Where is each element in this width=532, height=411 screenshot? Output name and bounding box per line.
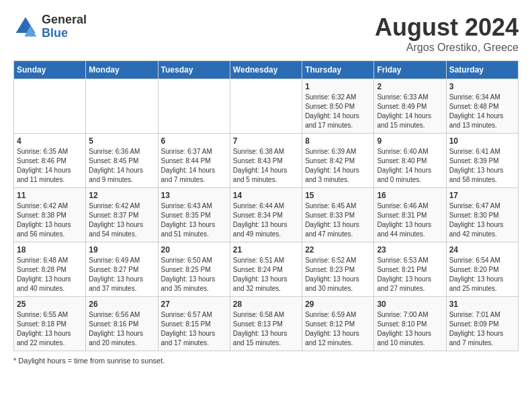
day-info: Sunrise: 6:51 AM Sunset: 8:24 PM Dayligh… (233, 256, 299, 293)
day-number: 15 (305, 191, 371, 200)
day-number: 6 (161, 136, 227, 146)
calendar-day-cell: 26Sunrise: 6:56 AM Sunset: 8:16 PM Dayli… (86, 297, 158, 351)
subtitle: Argos Orestiko, Greece (375, 42, 519, 54)
day-of-week-header: Thursday (302, 61, 374, 79)
calendar-day-cell: 27Sunrise: 6:57 AM Sunset: 8:15 PM Dayli… (158, 297, 230, 351)
day-info: Sunrise: 6:54 AM Sunset: 8:20 PM Dayligh… (449, 256, 515, 293)
day-info: Sunrise: 6:40 AM Sunset: 8:40 PM Dayligh… (377, 147, 443, 185)
day-info: Sunrise: 6:36 AM Sunset: 8:45 PM Dayligh… (89, 147, 154, 185)
day-info: Sunrise: 6:42 AM Sunset: 8:37 PM Dayligh… (89, 201, 154, 239)
main-title: August 2024 (375, 13, 519, 42)
day-info: Sunrise: 6:58 AM Sunset: 8:13 PM Dayligh… (233, 310, 299, 348)
calendar-day-cell (86, 79, 158, 134)
calendar-day-cell: 9Sunrise: 6:40 AM Sunset: 8:40 PM Daylig… (374, 134, 446, 188)
day-of-week-header: Saturday (446, 61, 518, 79)
calendar-week-row: 11Sunrise: 6:42 AM Sunset: 8:38 PM Dayli… (14, 188, 519, 242)
day-number: 23 (377, 245, 443, 255)
footer-note: * Daylight hours = time from sunrise to … (13, 357, 519, 365)
day-info: Sunrise: 6:38 AM Sunset: 8:43 PM Dayligh… (233, 147, 299, 185)
calendar-day-cell: 17Sunrise: 6:47 AM Sunset: 8:30 PM Dayli… (446, 188, 518, 242)
calendar-day-cell: 22Sunrise: 6:52 AM Sunset: 8:23 PM Dayli… (302, 242, 374, 297)
day-number: 11 (17, 191, 83, 200)
day-info: Sunrise: 6:35 AM Sunset: 8:46 PM Dayligh… (17, 147, 83, 185)
day-number: 2 (377, 82, 443, 91)
day-of-week-header: Monday (86, 61, 158, 79)
calendar-day-cell: 30Sunrise: 7:00 AM Sunset: 8:10 PM Dayli… (374, 297, 446, 351)
day-of-week-header: Tuesday (158, 61, 230, 79)
calendar-day-cell (230, 79, 302, 134)
calendar-day-cell: 12Sunrise: 6:42 AM Sunset: 8:37 PM Dayli… (86, 188, 158, 242)
day-number: 17 (449, 191, 515, 200)
day-of-week-header: Sunday (14, 61, 86, 79)
calendar-day-cell: 4Sunrise: 6:35 AM Sunset: 8:46 PM Daylig… (14, 134, 86, 188)
logo-general-text: General (42, 13, 87, 27)
calendar-day-cell: 18Sunrise: 6:48 AM Sunset: 8:28 PM Dayli… (14, 242, 86, 297)
day-info: Sunrise: 6:47 AM Sunset: 8:30 PM Dayligh… (449, 201, 515, 239)
calendar-day-cell: 24Sunrise: 6:54 AM Sunset: 8:20 PM Dayli… (446, 242, 518, 297)
calendar-week-row: 18Sunrise: 6:48 AM Sunset: 8:28 PM Dayli… (14, 242, 519, 297)
day-number: 30 (377, 300, 443, 309)
calendar-day-cell: 1Sunrise: 6:32 AM Sunset: 8:50 PM Daylig… (302, 79, 374, 134)
logo-blue-text: Blue (42, 27, 87, 40)
calendar-day-cell: 25Sunrise: 6:55 AM Sunset: 8:18 PM Dayli… (14, 297, 86, 351)
day-of-week-header: Friday (374, 61, 446, 79)
day-number: 10 (449, 136, 515, 146)
day-info: Sunrise: 6:59 AM Sunset: 8:12 PM Dayligh… (305, 310, 371, 348)
day-info: Sunrise: 6:41 AM Sunset: 8:39 PM Dayligh… (449, 147, 515, 185)
day-number: 5 (89, 136, 154, 146)
day-number: 19 (89, 245, 154, 255)
calendar-day-cell: 13Sunrise: 6:43 AM Sunset: 8:35 PM Dayli… (158, 188, 230, 242)
calendar-day-cell: 19Sunrise: 6:49 AM Sunset: 8:27 PM Dayli… (86, 242, 158, 297)
calendar-week-row: 25Sunrise: 6:55 AM Sunset: 8:18 PM Dayli… (14, 297, 519, 351)
day-number: 29 (305, 300, 371, 309)
calendar-day-cell (158, 79, 230, 134)
calendar-day-cell: 2Sunrise: 6:33 AM Sunset: 8:49 PM Daylig… (374, 79, 446, 134)
day-info: Sunrise: 6:45 AM Sunset: 8:33 PM Dayligh… (305, 201, 371, 239)
day-number: 18 (17, 245, 83, 255)
footer-note-text: Daylight hours (18, 357, 65, 365)
day-number: 27 (161, 300, 227, 309)
day-info: Sunrise: 7:00 AM Sunset: 8:10 PM Dayligh… (377, 310, 443, 348)
day-info: Sunrise: 6:48 AM Sunset: 8:28 PM Dayligh… (17, 256, 83, 293)
day-info: Sunrise: 6:55 AM Sunset: 8:18 PM Dayligh… (17, 310, 83, 348)
logo-icon (13, 15, 38, 39)
day-info: Sunrise: 6:39 AM Sunset: 8:42 PM Dayligh… (305, 147, 371, 185)
day-info: Sunrise: 6:57 AM Sunset: 8:15 PM Dayligh… (161, 310, 227, 348)
calendar-day-cell: 7Sunrise: 6:38 AM Sunset: 8:43 PM Daylig… (230, 134, 302, 188)
day-info: Sunrise: 6:52 AM Sunset: 8:23 PM Dayligh… (305, 256, 371, 293)
day-number: 28 (233, 300, 299, 309)
calendar-day-cell: 11Sunrise: 6:42 AM Sunset: 8:38 PM Dayli… (14, 188, 86, 242)
day-number: 12 (89, 191, 154, 200)
day-info: Sunrise: 6:34 AM Sunset: 8:48 PM Dayligh… (449, 93, 515, 130)
calendar-day-cell: 14Sunrise: 6:44 AM Sunset: 8:34 PM Dayli… (230, 188, 302, 242)
calendar-day-cell (14, 79, 86, 134)
calendar-day-cell: 8Sunrise: 6:39 AM Sunset: 8:42 PM Daylig… (302, 134, 374, 188)
day-number: 1 (305, 82, 371, 91)
day-info: Sunrise: 7:01 AM Sunset: 8:09 PM Dayligh… (449, 310, 515, 348)
calendar-day-cell: 23Sunrise: 6:53 AM Sunset: 8:21 PM Dayli… (374, 242, 446, 297)
day-number: 7 (233, 136, 299, 146)
day-number: 20 (161, 245, 227, 255)
calendar-day-cell: 15Sunrise: 6:45 AM Sunset: 8:33 PM Dayli… (302, 188, 374, 242)
day-info: Sunrise: 6:42 AM Sunset: 8:38 PM Dayligh… (17, 201, 83, 239)
calendar-week-row: 4Sunrise: 6:35 AM Sunset: 8:46 PM Daylig… (14, 134, 519, 188)
page-header: General Blue August 2024 Argos Orestiko,… (13, 13, 519, 54)
calendar-day-cell: 3Sunrise: 6:34 AM Sunset: 8:48 PM Daylig… (446, 79, 518, 134)
day-number: 4 (17, 136, 83, 146)
calendar-day-cell: 31Sunrise: 7:01 AM Sunset: 8:09 PM Dayli… (446, 297, 518, 351)
day-info: Sunrise: 6:43 AM Sunset: 8:35 PM Dayligh… (161, 201, 227, 239)
day-number: 8 (305, 136, 371, 146)
day-number: 25 (17, 300, 83, 309)
title-block: August 2024 Argos Orestiko, Greece (375, 13, 519, 54)
calendar-week-row: 1Sunrise: 6:32 AM Sunset: 8:50 PM Daylig… (14, 79, 519, 134)
day-number: 3 (449, 82, 515, 91)
calendar-day-cell: 21Sunrise: 6:51 AM Sunset: 8:24 PM Dayli… (230, 242, 302, 297)
day-number: 22 (305, 245, 371, 255)
day-info: Sunrise: 6:33 AM Sunset: 8:49 PM Dayligh… (377, 93, 443, 130)
day-number: 9 (377, 136, 443, 146)
logo: General Blue (13, 13, 87, 40)
calendar-day-cell: 6Sunrise: 6:37 AM Sunset: 8:44 PM Daylig… (158, 134, 230, 188)
day-number: 26 (89, 300, 154, 309)
day-number: 14 (233, 191, 299, 200)
day-info: Sunrise: 6:37 AM Sunset: 8:44 PM Dayligh… (161, 147, 227, 185)
